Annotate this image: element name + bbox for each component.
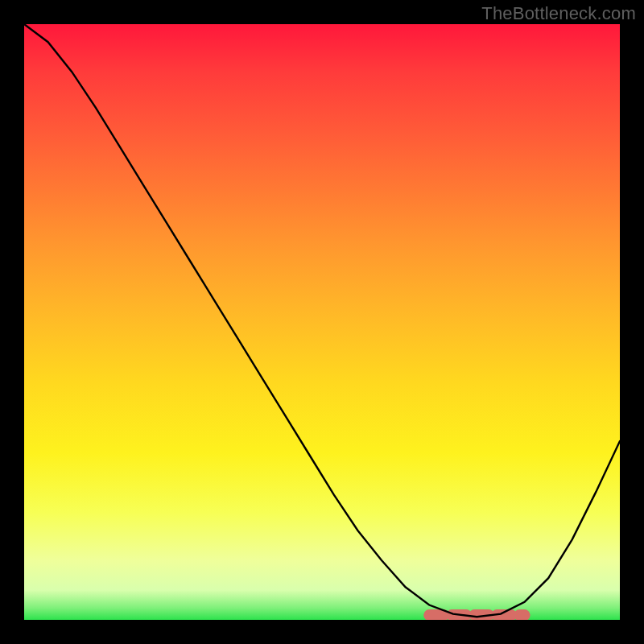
attribution-text: TheBottleneck.com: [481, 3, 636, 24]
plot: [24, 24, 620, 620]
chart-stage: TheBottleneck.com: [0, 0, 644, 644]
plot-area: [24, 24, 620, 620]
bottleneck-curve: [24, 24, 620, 620]
